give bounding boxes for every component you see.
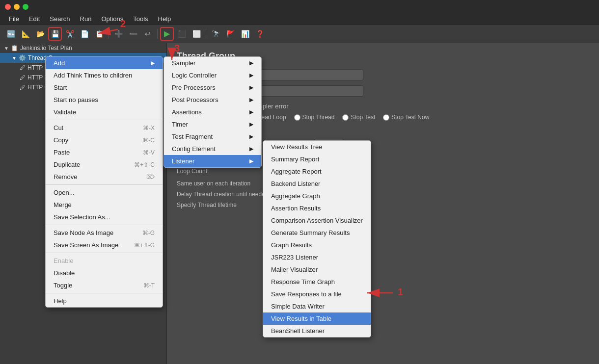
- undo-button[interactable]: ↩: [141, 27, 155, 41]
- add-sampler[interactable]: Sampler ▶: [164, 57, 261, 69]
- listener-simple-writer[interactable]: Simple Data Writer: [263, 300, 371, 312]
- menu-run[interactable]: Run: [75, 14, 97, 24]
- toggle-shortcut: ⌘-T: [143, 282, 155, 289]
- paste-button[interactable]: 📋: [92, 27, 106, 41]
- sep-ctx-1: [46, 120, 163, 120]
- add-timer[interactable]: Timer ▶: [164, 118, 261, 130]
- sep1: [109, 29, 109, 39]
- ctx-help[interactable]: Help: [46, 295, 163, 307]
- sep-ctx-5: [46, 293, 163, 293]
- radio-stop-test[interactable]: Stop Test: [342, 114, 375, 121]
- menu-edit[interactable]: Edit: [24, 14, 45, 24]
- lifetime-field: Specify Thread lifetime: [177, 202, 589, 208]
- listener-save-responses[interactable]: Save Responses to a file: [263, 288, 371, 300]
- paste-shortcut: ⌘-V: [143, 149, 155, 156]
- sep-ctx-3: [46, 225, 163, 225]
- stop-run-button[interactable]: ⬛: [175, 27, 189, 41]
- listener-aggregate[interactable]: Aggregate Report: [263, 165, 371, 178]
- ctx-save-screen-img[interactable]: Save Screen As Image ⌘+⇧-G: [46, 239, 163, 251]
- add-pre-proc[interactable]: Pre Processors ▶: [164, 81, 261, 94]
- ctx-duplicate[interactable]: Duplicate ⌘+⇧-C: [46, 158, 163, 171]
- add-config-element[interactable]: Config Element ▶: [164, 143, 261, 155]
- ctx-copy[interactable]: Copy ⌘-C: [46, 134, 163, 146]
- radio-stop-thread[interactable]: Stop Thread: [294, 114, 335, 121]
- add-test-fragment[interactable]: Test Fragment ▶: [164, 130, 261, 143]
- titlebar: [0, 0, 599, 14]
- tree-item-testplan[interactable]: ▼ 📋 Jenkins.io Test Plan: [0, 43, 166, 53]
- listener-graph-results[interactable]: Graph Results: [263, 239, 371, 251]
- ctx-open[interactable]: Open...: [46, 186, 163, 199]
- listener-summary[interactable]: Summary Report: [263, 153, 371, 165]
- sep-ctx-2: [46, 184, 163, 185]
- add-assertions[interactable]: Assertions ▶: [164, 106, 261, 118]
- threadgroup-icon: ⚙️: [19, 54, 26, 61]
- listener-response-time[interactable]: Response Time Graph: [263, 276, 371, 288]
- copy-button[interactable]: 📄: [78, 27, 91, 41]
- http-icon: 🖊: [20, 64, 26, 71]
- list-button[interactable]: 📊: [238, 27, 252, 41]
- run-button[interactable]: ▶: [160, 27, 174, 41]
- ctx-paste[interactable]: Paste ⌘-V: [46, 146, 163, 158]
- ctx-remove[interactable]: Remove ⌦: [46, 171, 163, 183]
- ctx-add[interactable]: Add ▶: [46, 57, 163, 69]
- cut-shortcut: ⌘-X: [143, 125, 155, 131]
- ctx-save-node-img[interactable]: Save Node As Image ⌘-G: [46, 227, 163, 239]
- dup-shortcut: ⌘+⇧-C: [134, 161, 155, 168]
- listener-gen-summary[interactable]: Generate Summary Results: [263, 227, 371, 239]
- sep-ctx-4: [46, 253, 163, 253]
- testplan-icon: 📋: [11, 45, 18, 52]
- menu-file[interactable]: File: [4, 14, 24, 24]
- menu-search[interactable]: Search: [45, 14, 75, 24]
- clear-button[interactable]: ⬜: [190, 27, 203, 41]
- ctx-save-sel[interactable]: Save Selection As...: [46, 211, 163, 223]
- close-button[interactable]: [5, 4, 11, 10]
- ctx-enable: Enable: [46, 255, 163, 267]
- help-button[interactable]: ❓: [253, 27, 267, 41]
- minimize-button[interactable]: [14, 4, 20, 10]
- radio-stop-now[interactable]: Stop Test Now: [383, 114, 429, 121]
- listener-assertion-results[interactable]: Assertion Results: [263, 202, 371, 214]
- ctx-start[interactable]: Start: [46, 81, 163, 94]
- listener-jsr223[interactable]: JSR223 Listener: [263, 251, 371, 263]
- remove-button[interactable]: ➖: [126, 27, 140, 41]
- same-user-field: Same user on each iteration: [177, 180, 589, 187]
- ctx-cut[interactable]: Cut ⌘-X: [46, 122, 163, 134]
- flag-button[interactable]: 🚩: [223, 27, 237, 41]
- menu-help[interactable]: Help: [153, 14, 176, 24]
- add-listener[interactable]: Listener ▶: [164, 155, 261, 167]
- listener-beanshell[interactable]: BeanShell Listener: [263, 325, 371, 337]
- open-button[interactable]: 📂: [33, 27, 47, 41]
- remove-shortcut: ⌦: [146, 174, 155, 181]
- cut-button[interactable]: ✂️: [63, 27, 77, 41]
- delay-field: Delay Thread creation until needed: [177, 191, 589, 198]
- ctx-merge[interactable]: Merge: [46, 199, 163, 211]
- ssi-shortcut: ⌘+⇧-G: [134, 242, 155, 249]
- listener-mailer[interactable]: Mailer Visualizer: [263, 263, 371, 276]
- menu-options[interactable]: Options: [96, 14, 128, 24]
- listener-backend[interactable]: Backend Listener: [263, 178, 371, 190]
- menu-tools[interactable]: Tools: [128, 14, 153, 24]
- ctx-think-times[interactable]: Add Think Times to children: [46, 69, 163, 81]
- ctx-disable[interactable]: Disable: [46, 267, 163, 279]
- save-button[interactable]: 💾: [48, 27, 62, 41]
- listener-agg-graph[interactable]: Aggregate Graph: [263, 190, 371, 202]
- expand-arrow-tg: ▼: [12, 55, 17, 61]
- maximize-button[interactable]: [23, 4, 28, 10]
- sep3: [206, 29, 206, 39]
- listener-view-table[interactable]: View Results in Table: [263, 312, 371, 325]
- traffic-lights: [5, 4, 28, 10]
- ctx-start-no-pauses[interactable]: Start no pauses: [46, 94, 163, 106]
- add-submenu: Sampler ▶ Logic Controller ▶ Pre Process…: [163, 56, 262, 168]
- binoculars-button[interactable]: 🔭: [209, 27, 222, 41]
- listener-comparison[interactable]: Comparison Assertion Visualizer: [263, 214, 371, 227]
- ctx-validate[interactable]: Validate: [46, 106, 163, 118]
- listener-view-tree[interactable]: View Results Tree: [263, 141, 371, 153]
- add-logic-ctrl[interactable]: Logic Controller ▶: [164, 69, 261, 81]
- ctx-toggle[interactable]: Toggle ⌘-T: [46, 279, 163, 291]
- add-post-proc[interactable]: Post Processors ▶: [164, 94, 261, 106]
- new-button[interactable]: 🆕: [4, 27, 18, 41]
- testplan-label: Jenkins.io Test Plan: [20, 45, 72, 52]
- template-button[interactable]: 📐: [19, 27, 32, 41]
- menubar: File Edit Search Run Options Tools Help: [0, 14, 599, 25]
- add-button[interactable]: ➕: [111, 27, 125, 41]
